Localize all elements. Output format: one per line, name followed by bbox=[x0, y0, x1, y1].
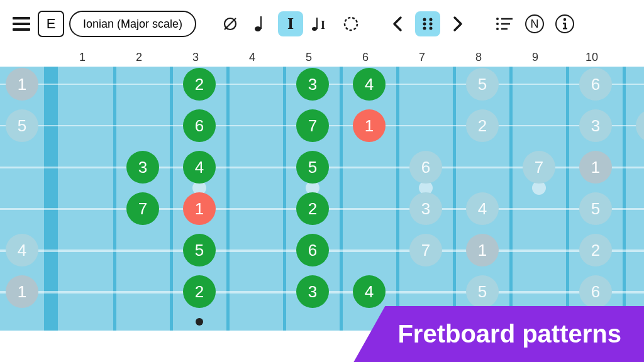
note-marker[interactable]: 1 bbox=[466, 234, 499, 266]
chevron-left-icon[interactable] bbox=[385, 11, 410, 36]
note-interval-icon[interactable]: I bbox=[308, 11, 333, 36]
svg-point-12 bbox=[423, 27, 426, 30]
note-marker[interactable]: 4 bbox=[183, 151, 216, 184]
toolbar: E Ionian (Major scale) I I N bbox=[0, 0, 644, 48]
note-marker[interactable]: 2 bbox=[183, 275, 216, 308]
note-marker[interactable]: 4 bbox=[466, 192, 499, 225]
empty-set-icon[interactable] bbox=[218, 11, 243, 36]
banner: Fretboard patterns bbox=[353, 306, 644, 362]
note-marker[interactable]: 3 bbox=[296, 68, 329, 101]
svg-point-14 bbox=[496, 18, 499, 20]
pattern-grid-icon[interactable] bbox=[415, 11, 440, 36]
note-marker[interactable]: 3 bbox=[409, 192, 442, 225]
svg-text:I: I bbox=[321, 19, 325, 31]
fret-marker-dot bbox=[196, 318, 203, 326]
note-marker[interactable]: 6 bbox=[183, 109, 216, 142]
interval-mode-icon[interactable]: I bbox=[278, 11, 303, 36]
note-marker[interactable]: 2 bbox=[183, 68, 216, 101]
svg-point-2 bbox=[255, 26, 261, 31]
svg-point-7 bbox=[345, 18, 357, 30]
note-marker[interactable]: 1 bbox=[183, 192, 216, 225]
svg-point-16 bbox=[496, 23, 499, 25]
svg-point-8 bbox=[423, 18, 426, 21]
note-marker[interactable]: 1 bbox=[6, 68, 38, 101]
note-marker[interactable]: 4 bbox=[636, 109, 644, 142]
note-marker[interactable]: 1 bbox=[6, 275, 38, 308]
menu-icon[interactable] bbox=[10, 13, 33, 35]
fret-number: 1 bbox=[54, 51, 111, 64]
fret-number: 4 bbox=[224, 51, 280, 64]
fret-number: 3 bbox=[167, 51, 224, 64]
fret-number: 9 bbox=[507, 51, 564, 64]
fret-number: 10 bbox=[564, 51, 620, 64]
fretboard[interactable]: 1234565671234345671712345456712123456 bbox=[0, 67, 644, 331]
fret-number: 5 bbox=[280, 51, 337, 64]
info-icon[interactable] bbox=[555, 14, 574, 33]
svg-point-9 bbox=[430, 18, 433, 21]
note-marker[interactable]: 6 bbox=[296, 234, 329, 266]
note-marker[interactable]: 2 bbox=[579, 234, 612, 266]
note-icon[interactable] bbox=[248, 11, 273, 36]
note-marker[interactable]: 6 bbox=[579, 275, 612, 308]
list-dots-icon[interactable] bbox=[492, 11, 517, 36]
note-marker[interactable]: 3 bbox=[579, 109, 612, 142]
note-marker[interactable]: 3 bbox=[126, 151, 159, 184]
svg-point-10 bbox=[423, 23, 426, 26]
scale-button[interactable]: Ionian (Major scale) bbox=[69, 11, 196, 37]
note-marker[interactable]: 3 bbox=[296, 275, 329, 308]
note-marker[interactable]: 4 bbox=[6, 234, 38, 266]
fret-number: 8 bbox=[450, 51, 507, 64]
note-marker[interactable]: 5 bbox=[6, 109, 38, 142]
dashed-circle-icon[interactable] bbox=[338, 11, 364, 36]
note-marker[interactable]: 5 bbox=[183, 234, 216, 266]
svg-rect-23 bbox=[563, 28, 567, 30]
note-marker[interactable]: 4 bbox=[353, 68, 386, 101]
note-marker[interactable]: 5 bbox=[579, 192, 612, 225]
note-marker[interactable]: 6 bbox=[579, 68, 612, 101]
note-marker[interactable]: 7 bbox=[523, 151, 555, 184]
svg-point-20 bbox=[564, 18, 566, 21]
svg-point-11 bbox=[430, 23, 433, 26]
note-marker[interactable]: 2 bbox=[466, 109, 499, 142]
note-marker[interactable]: 7 bbox=[409, 234, 442, 266]
n-button[interactable]: N bbox=[525, 14, 544, 33]
note-marker[interactable]: 7 bbox=[126, 192, 159, 225]
svg-point-13 bbox=[430, 27, 433, 30]
note-marker[interactable]: 1 bbox=[353, 109, 386, 142]
fret-number: 6 bbox=[337, 51, 394, 64]
fret-numbers: 12345678910 bbox=[0, 48, 644, 67]
note-marker[interactable]: 5 bbox=[466, 275, 499, 308]
note-marker[interactable]: 5 bbox=[296, 151, 329, 184]
note-marker[interactable]: 2 bbox=[296, 192, 329, 225]
note-marker[interactable]: 5 bbox=[466, 68, 499, 101]
note-marker[interactable]: 6 bbox=[409, 151, 442, 184]
svg-point-4 bbox=[312, 27, 317, 31]
fret-number: 2 bbox=[111, 51, 167, 64]
fret-number: 7 bbox=[394, 51, 450, 64]
key-button[interactable]: E bbox=[38, 11, 64, 37]
note-marker[interactable]: 4 bbox=[353, 275, 386, 308]
note-marker[interactable]: 1 bbox=[579, 151, 612, 184]
chevron-right-icon[interactable] bbox=[445, 11, 470, 36]
svg-point-18 bbox=[496, 28, 499, 30]
note-marker[interactable]: 7 bbox=[296, 109, 329, 142]
